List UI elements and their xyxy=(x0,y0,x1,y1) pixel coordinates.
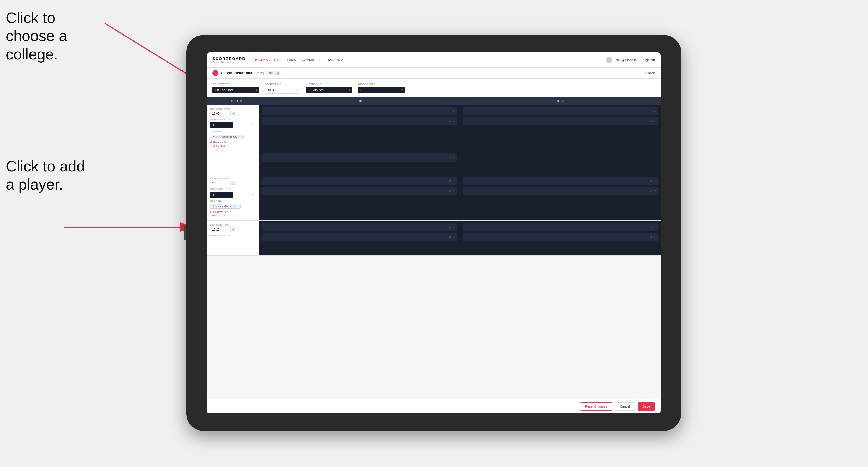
player-slot-v-5-1[interactable]: ▾ xyxy=(453,226,454,229)
tee-time-header: Tee Time xyxy=(210,99,262,102)
player-slot-v-6-2[interactable]: ▾ xyxy=(654,236,655,239)
starting-time-input-2[interactable] xyxy=(210,181,230,186)
player-slot-2-1[interactable]: ✕ ▾ xyxy=(463,107,658,115)
player-slot-x-icon[interactable]: ✕ xyxy=(449,110,451,113)
table-row: STARTING TIME: 🕐 STARTING HOLE: ✕ ▾ xyxy=(207,221,661,256)
course-dropdown-1[interactable]: ▾ xyxy=(242,135,243,138)
table-header: Tee Time Team 1 Team 2 xyxy=(207,97,661,105)
starting-time-input-3[interactable] xyxy=(210,227,230,232)
starting-hole-select-2[interactable]: 1 xyxy=(210,192,234,198)
player-slot-6-2[interactable]: ✕ ▾ xyxy=(463,233,658,241)
group-1-left-panel: STARTING TIME: 🕐 STARTING HOLE: 1 COURSE… xyxy=(207,105,259,151)
player-slot-v-3-2[interactable]: ▾ xyxy=(453,189,454,192)
player-slot-x-1b-1[interactable]: ✕ xyxy=(449,156,451,159)
add-group-link-1[interactable]: + Add Group xyxy=(210,145,255,147)
team1-cell-1: ✕ ▾ ✕ ▾ xyxy=(259,105,460,151)
back-button[interactable]: < Back xyxy=(645,71,655,75)
clock-icon-3: 🕐 xyxy=(232,228,235,231)
player-slot-3-1[interactable]: ✕ ▾ xyxy=(262,177,457,185)
remove-group-link-2[interactable]: ⊖ Remove Group xyxy=(210,211,255,213)
player-slot-1b-1[interactable]: ✕ ▾ xyxy=(262,153,457,162)
player-slot-chevron-icon-4[interactable]: ▾ xyxy=(654,120,655,123)
logo-sub: Powered by clippd xyxy=(213,61,246,63)
team2-cell-1: ✕ ▾ ✕ ▾ xyxy=(460,105,661,151)
player-slot-1-2[interactable]: ✕ ▾ xyxy=(262,117,457,125)
player-slot-x-icon-2[interactable]: ✕ xyxy=(449,120,451,123)
start-type-select[interactable]: 1st Tee Start xyxy=(213,87,259,93)
reset-changes-button[interactable]: Reset Changes xyxy=(580,402,612,410)
intervals-group: Intervals 10 Minutes xyxy=(306,83,352,94)
player-slot-v-4-2[interactable]: ▾ xyxy=(654,189,655,192)
player-slot-v-1b-1[interactable]: ▾ xyxy=(453,156,454,159)
course-name-1: (A) Peachtree GC xyxy=(216,135,237,138)
team1-cell-2: ✕ ▾ ✕ ▾ xyxy=(259,175,460,220)
starting-time-input-1[interactable] xyxy=(210,111,230,117)
course-remove-1[interactable]: ✕ xyxy=(238,135,241,138)
player-slot-chevron-icon[interactable]: ▾ xyxy=(453,110,454,113)
player-slot-5-2[interactable]: ✕ ▾ xyxy=(262,233,457,241)
player-slot-x-3-2[interactable]: ✕ xyxy=(449,189,451,192)
player-slot-x-6-1[interactable]: ✕ xyxy=(650,226,652,229)
player-slot-x-icon-3[interactable]: ✕ xyxy=(650,110,652,113)
player-slot-v-5-2[interactable]: ▾ xyxy=(453,236,454,239)
team1-cell-1b: ✕ ▾ xyxy=(259,151,460,174)
intervals-select[interactable]: 10 Minutes xyxy=(306,87,352,93)
start-time-input[interactable] xyxy=(265,87,300,94)
cancel-button[interactable]: Cancel xyxy=(615,402,635,410)
save-button[interactable]: Save xyxy=(638,402,655,410)
start-time-group: Start Time ⓘ xyxy=(265,83,300,94)
course-dropdown-2[interactable]: ▾ xyxy=(237,205,239,208)
player-slot-4-1[interactable]: ✕ ▾ xyxy=(463,177,658,185)
group-2-left-panel: STARTING TIME: 🕐 STARTING HOLE: 1 COURSE… xyxy=(207,175,259,220)
team2-header: Team 2 xyxy=(460,99,658,102)
nav-rankings[interactable]: RANKINGS xyxy=(327,57,343,63)
remove-group-link-1[interactable]: ⊖ Remove Group xyxy=(210,141,255,144)
group-3-left-panel: STARTING TIME: 🕐 STARTING HOLE: xyxy=(207,221,259,255)
player-slot-x-4-1[interactable]: ✕ xyxy=(650,179,652,183)
breadcrumb-subtitle: (Men) xyxy=(256,71,264,75)
player-slot-x-4-2[interactable]: ✕ xyxy=(650,189,652,192)
form-controls: Start Type 1st Tee Start Start Time ⓘ xyxy=(207,79,661,97)
player-slot-6-1[interactable]: ✕ ▾ xyxy=(463,223,658,231)
team2-cell-1b xyxy=(460,151,661,174)
nav-tournaments[interactable]: TOURNAMENTS xyxy=(254,57,279,63)
player-slot-2-2[interactable]: ✕ ▾ xyxy=(463,117,658,125)
player-slot-x-6-2[interactable]: ✕ xyxy=(650,236,652,239)
player-slot-x-icon-4[interactable]: ✕ xyxy=(650,120,652,123)
nav-teams[interactable]: TEAMS xyxy=(285,57,296,63)
player-slot-4-2[interactable]: ✕ ▾ xyxy=(463,187,658,195)
starting-time-label-2: STARTING TIME: xyxy=(210,177,255,180)
bottom-bar: Reset Changes Cancel Save xyxy=(207,399,661,413)
starting-hole-select-1[interactable]: 1 xyxy=(210,122,234,128)
table-row: STARTING TIME: 🕐 STARTING HOLE: 1 COURSE… xyxy=(207,105,661,151)
player-slot-chevron-icon-3[interactable]: ▾ xyxy=(654,110,655,113)
player-slot-chevron-icon-2[interactable]: ▾ xyxy=(453,120,454,123)
player-slot-v-3-1[interactable]: ▾ xyxy=(453,179,454,183)
hosting-badge: Hosting xyxy=(266,71,281,75)
course-label-1: COURSE: xyxy=(210,130,255,133)
content-area: Start Type 1st Tee Start Start Time ⓘ xyxy=(207,79,661,413)
tablet-screen: SCOREBOARD Powered by clippd TOURNAMENTS… xyxy=(207,53,661,413)
player-slot-x-3-1[interactable]: ✕ xyxy=(449,179,451,183)
user-email: blair@clippd.io xyxy=(615,58,636,62)
sign-out-link[interactable]: Sign out xyxy=(643,58,655,62)
nav-committee[interactable]: COMMITTEE xyxy=(302,57,321,63)
player-slot-3-2[interactable]: ✕ ▾ xyxy=(262,187,457,195)
nav-links: TOURNAMENTS TEAMS COMMITTEE RANKINGS xyxy=(254,57,606,63)
add-group-link-2[interactable]: + Add Group xyxy=(210,214,255,217)
start-type-label: Start Type xyxy=(213,83,259,86)
player-slot-x-5-2[interactable]: ✕ xyxy=(449,236,451,239)
player-slot-v-6-1[interactable]: ▾ xyxy=(654,226,655,229)
course-chip-1: 📍 (A) Peachtree GC ✕ ▾ xyxy=(210,134,245,139)
player-slot-x-5-1[interactable]: ✕ xyxy=(449,226,451,229)
action-links-1: ⊖ Remove Group + Add Group xyxy=(210,141,255,147)
breadcrumb-bar: C Clippd Invitational (Men) Hosting < Ba… xyxy=(207,67,661,79)
course-chip-2: 📍 East Lake GC ✕ ▾ xyxy=(210,204,241,209)
player-slot-1-1[interactable]: ✕ ▾ xyxy=(262,107,457,115)
player-slot-v-4-1[interactable]: ▾ xyxy=(654,179,655,183)
player-slot-5-1[interactable]: ✕ ▾ xyxy=(262,223,457,231)
group-size-select[interactable]: 3 xyxy=(358,87,405,93)
course-remove-2[interactable]: ✕ xyxy=(234,205,236,208)
user-avatar xyxy=(606,57,613,63)
intervals-select-wrapper: 10 Minutes xyxy=(306,87,352,93)
